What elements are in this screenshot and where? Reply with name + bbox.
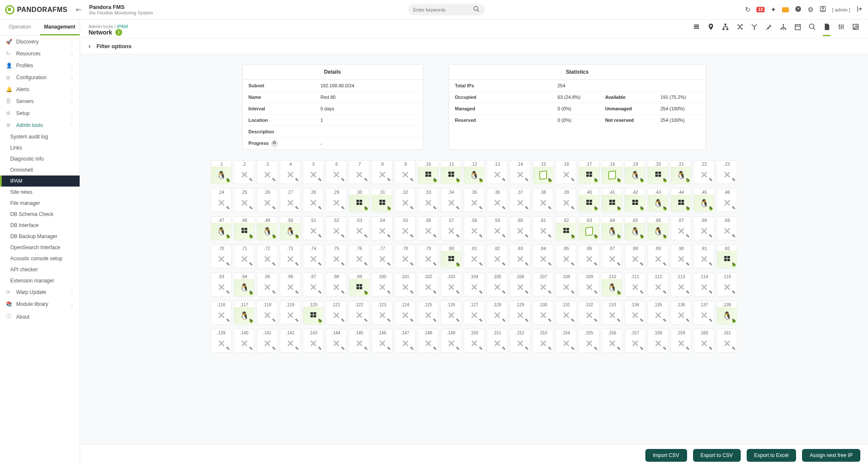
sidebar-sub-acoustic-console-setup[interactable]: Acoustic console setup <box>0 253 80 264</box>
sidebar-item-about[interactable]: ⓘAbout <box>0 310 80 323</box>
ip-cell-139[interactable]: .139✕✎ <box>211 329 232 353</box>
edit-icon[interactable]: ✎ <box>456 233 460 239</box>
ip-cell-44[interactable]: .44✎ <box>670 188 691 212</box>
edit-icon[interactable]: ✎ <box>249 177 253 183</box>
ip-cell-21[interactable]: .21🐧✎ <box>670 160 691 184</box>
ip-cell-24[interactable]: .24✕✎ <box>211 188 232 212</box>
edit-icon[interactable]: ✎ <box>571 205 575 211</box>
edit-icon[interactable]: ✎ <box>249 346 253 351</box>
edit-icon[interactable]: ✎ <box>548 290 552 295</box>
filter-options-toggle[interactable]: › Filter options <box>80 38 868 54</box>
edit-icon[interactable]: ✎ <box>663 262 667 267</box>
ip-cell-20[interactable]: .20✎ <box>647 160 668 184</box>
ip-cell-121[interactable]: .121✕✎ <box>326 301 347 325</box>
sidebar-sub-extension-manager[interactable]: Extension manager <box>0 275 80 286</box>
ip-cell-144[interactable]: .144✕✎ <box>326 329 347 353</box>
edit-icon[interactable]: ✎ <box>272 205 276 211</box>
ip-cell-130[interactable]: .130✕✎ <box>533 301 553 325</box>
ip-cell-79[interactable]: .79✕✎ <box>418 245 438 268</box>
ip-cell-16[interactable]: .16✕✎ <box>556 160 576 184</box>
ip-cell-87[interactable]: .87✕✎ <box>602 245 622 268</box>
edit-icon[interactable]: ✎ <box>640 318 644 323</box>
sidebar-item-admin-tools[interactable]: ⚙ Admin tools ⌄ <box>0 119 80 131</box>
ip-cell-40[interactable]: .40✎ <box>579 188 599 212</box>
sidebar-item-servers[interactable]: 🗄Servers⌄ <box>0 95 80 107</box>
ip-cell-118[interactable]: .118✕✎ <box>257 301 278 325</box>
ip-cell-156[interactable]: .156✕✎ <box>602 329 622 353</box>
edit-icon[interactable]: ✎ <box>732 290 736 295</box>
ip-cell-146[interactable]: .146✕✎ <box>372 329 392 353</box>
ip-cell-33[interactable]: .33✕✎ <box>418 188 438 212</box>
ip-cell-36[interactable]: .36✕✎ <box>487 188 507 212</box>
ip-cell-154[interactable]: .154✕✎ <box>556 329 576 353</box>
sidebar-collapse-icon[interactable]: ⇤ <box>76 6 81 14</box>
edit-icon[interactable]: ✎ <box>594 346 598 351</box>
edit-icon[interactable]: ✎ <box>272 177 276 183</box>
edit-icon[interactable]: ✎ <box>364 205 368 211</box>
ip-cell-140[interactable]: .140✕✎ <box>234 329 255 353</box>
edit-icon[interactable]: ✎ <box>410 290 414 295</box>
ip-cell-143[interactable]: .143✕✎ <box>303 329 324 353</box>
ip-cell-128[interactable]: .128✕✎ <box>487 301 507 325</box>
edit-icon[interactable]: ✎ <box>640 262 644 267</box>
ip-cell-56[interactable]: .56✕✎ <box>418 216 438 240</box>
edit-icon[interactable]: ✎ <box>387 318 391 323</box>
logout-icon[interactable] <box>856 6 863 14</box>
ip-cell-38[interactable]: .38✕✎ <box>533 188 553 212</box>
ip-cell-99[interactable]: .99✎ <box>349 273 370 296</box>
ip-cell-76[interactable]: .76✕✎ <box>349 245 370 268</box>
sidebar-item-profiles[interactable]: 👤Profiles⌄ <box>0 60 80 72</box>
ip-cell-52[interactable]: .52✕✎ <box>326 216 347 240</box>
ip-cell-15[interactable]: .15✎ <box>533 160 553 184</box>
ip-cell-64[interactable]: .64🐧✎ <box>602 216 622 240</box>
ip-cell-39[interactable]: .39✕✎ <box>556 188 576 212</box>
ip-cell-74[interactable]: .74✕✎ <box>303 245 324 268</box>
ip-cell-109[interactable]: .109✕✎ <box>579 273 599 296</box>
edit-icon[interactable]: ✎ <box>226 290 230 295</box>
sidebar-sub-api-checker[interactable]: API checker <box>0 264 80 275</box>
ip-cell-112[interactable]: .112✕✎ <box>647 273 668 296</box>
edit-icon[interactable]: ✎ <box>732 262 736 267</box>
edit-icon[interactable]: ✎ <box>571 233 575 239</box>
edit-icon[interactable]: ✎ <box>709 262 713 267</box>
edit-icon[interactable]: ✎ <box>479 177 483 183</box>
edit-icon[interactable]: ✎ <box>433 233 437 239</box>
edit-icon[interactable]: ✎ <box>525 318 529 323</box>
ip-cell-152[interactable]: .152✕✎ <box>510 329 530 353</box>
edit-icon[interactable]: ✎ <box>663 205 667 211</box>
edit-icon[interactable]: ✎ <box>410 177 414 183</box>
ip-cell-113[interactable]: .113✕✎ <box>670 273 691 296</box>
edit-icon[interactable]: ✎ <box>548 318 552 323</box>
notification-badge[interactable]: 13 <box>756 7 765 12</box>
ip-cell-115[interactable]: .115✕✎ <box>716 273 737 296</box>
edit-icon[interactable]: ✎ <box>272 233 276 239</box>
ip-cell-86[interactable]: .86✕✎ <box>579 245 599 268</box>
ip-cell-6[interactable]: .6✕✎ <box>326 160 347 184</box>
refresh-icon[interactable]: ↻ <box>745 6 751 14</box>
edit-icon[interactable]: ✎ <box>456 318 460 323</box>
edit-icon[interactable]: ✎ <box>525 262 529 267</box>
ip-cell-116[interactable]: .116✕✎ <box>211 301 232 325</box>
edit-icon[interactable]: ✎ <box>295 177 299 183</box>
ip-cell-120[interactable]: .120✎ <box>303 301 324 325</box>
ip-cell-70[interactable]: .70✕✎ <box>211 245 232 268</box>
edit-icon[interactable]: ✎ <box>663 290 667 295</box>
ip-cell-129[interactable]: .129✕✎ <box>510 301 530 325</box>
ip-cell-10[interactable]: .10✎ <box>418 160 438 184</box>
ip-cell-54[interactable]: .54✕✎ <box>372 216 392 240</box>
ip-cell-34[interactable]: .34✕✎ <box>441 188 461 212</box>
edit-icon[interactable]: ✎ <box>709 290 713 295</box>
edit-icon[interactable]: ✎ <box>663 177 667 183</box>
edit-icon[interactable]: ✎ <box>640 290 644 295</box>
ip-cell-1[interactable]: .1🐧✎ <box>211 160 232 184</box>
sidebar-sub-site-news[interactable]: Site news <box>0 187 80 198</box>
edit-icon[interactable]: ✎ <box>502 177 506 183</box>
ip-cell-124[interactable]: .124✕✎ <box>395 301 415 325</box>
import-csv-button[interactable]: Import CSV <box>645 449 687 462</box>
edit-icon[interactable]: ✎ <box>410 346 414 351</box>
edit-icon[interactable]: ✎ <box>456 205 460 211</box>
info-icon[interactable]: i <box>115 29 122 36</box>
sidebar-item-alerts[interactable]: 🔔Alerts⌄ <box>0 83 80 95</box>
edit-icon[interactable]: ✎ <box>318 205 322 211</box>
edit-icon[interactable]: ✎ <box>272 346 276 351</box>
